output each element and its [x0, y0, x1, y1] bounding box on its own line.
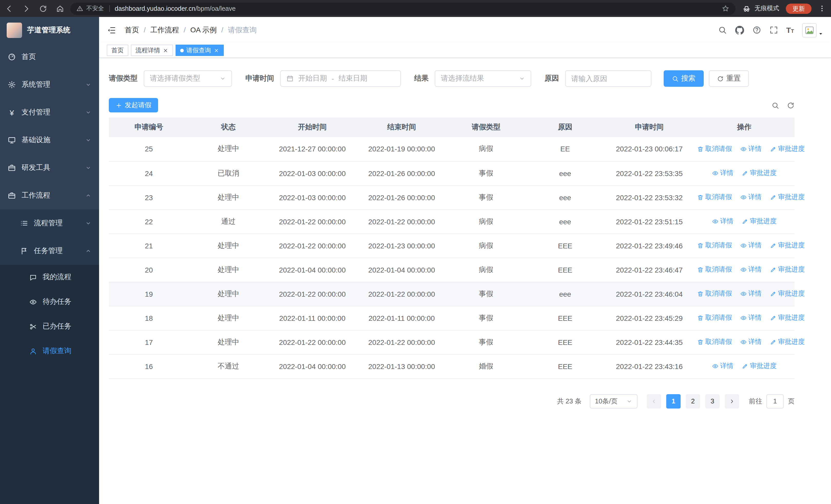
collapse-sidebar-icon[interactable]	[107, 25, 116, 35]
show-search-icon[interactable]	[771, 101, 779, 109]
security-warning[interactable]: 不安全	[77, 5, 104, 12]
screen: 不安全 dashboard.yudao.iocoder.cn /bpm/oa/l…	[0, 0, 831, 504]
refresh-table-icon[interactable]	[787, 101, 795, 109]
detail-link[interactable]: 详情	[712, 169, 734, 178]
progress-link[interactable]: 审批进度	[770, 241, 805, 250]
sidebar-item-system[interactable]: 系统管理	[0, 71, 99, 98]
detail-link[interactable]: 详情	[740, 289, 762, 298]
leave-type-select[interactable]: 请选择请假类型	[144, 70, 232, 87]
close-icon[interactable]	[213, 48, 219, 53]
detail-link[interactable]: 详情	[740, 313, 762, 323]
sidebar-item-workflow[interactable]: 工作流程	[0, 182, 99, 209]
trash-icon	[697, 339, 704, 346]
fullscreen-icon[interactable]	[769, 26, 778, 34]
cell-reason: EEE	[525, 354, 605, 378]
detail-label: 详情	[720, 217, 734, 226]
breadcrumb-workflow[interactable]: 工作流程	[150, 25, 191, 35]
browser-menu-icon[interactable]	[818, 5, 826, 12]
help-icon[interactable]	[752, 26, 761, 34]
reset-button[interactable]: 重置	[709, 70, 749, 87]
search-button[interactable]: 搜索	[664, 70, 704, 87]
reload-icon[interactable]	[39, 4, 47, 12]
next-page-button[interactable]	[725, 394, 739, 408]
progress-link[interactable]: 审批进度	[770, 144, 805, 153]
progress-link[interactable]: 审批进度	[770, 289, 805, 298]
progress-link[interactable]: 审批进度	[770, 313, 805, 323]
sidebar-item-done-tasks[interactable]: 已办任务	[0, 314, 99, 339]
sidebar-item-dev-tools[interactable]: 研发工具	[0, 154, 99, 182]
prev-page-button[interactable]	[647, 394, 661, 408]
cancel-leave-link[interactable]: 取消请假	[697, 337, 732, 347]
sidebar-item-process-management[interactable]: 流程管理	[0, 209, 99, 237]
cancel-leave-link[interactable]: 取消请假	[697, 241, 732, 250]
cell-leave-type: 事假	[447, 161, 525, 185]
back-icon[interactable]	[5, 4, 13, 12]
cancel-leave-link[interactable]: 取消请假	[697, 265, 732, 274]
sidebar-item-infrastructure[interactable]: 基础设施	[0, 126, 99, 154]
search-icon[interactable]	[718, 26, 726, 34]
progress-link[interactable]: 审批进度	[770, 337, 805, 347]
app-logo[interactable]: 芋道管理系统	[0, 17, 99, 43]
apply-id: 20	[145, 266, 153, 274]
cancel-leave-link[interactable]: 取消请假	[697, 144, 732, 153]
user-avatar-menu[interactable]	[802, 23, 823, 37]
cancel-leave-link[interactable]: 取消请假	[697, 193, 732, 202]
breadcrumb-home[interactable]: 首页	[125, 25, 150, 35]
progress-link[interactable]: 审批进度	[742, 362, 777, 371]
table-header-row: 申请编号 状态 开始时间 结束时间 请假类型 原因 申请时间 操作	[109, 118, 795, 137]
cancel-leave-link[interactable]: 取消请假	[697, 289, 732, 298]
cancel-leave-link[interactable]: 取消请假	[697, 313, 732, 323]
end-time: 2022-01-22 00:00:00	[368, 338, 435, 346]
detail-link[interactable]: 详情	[740, 265, 762, 274]
cell-operations: 取消请假 详情 审批进度	[694, 306, 795, 330]
address-bar[interactable]: 不安全 dashboard.yudao.iocoder.cn /bpm/oa/l…	[70, 2, 736, 14]
apply-time-range-picker[interactable]: 开始日期 - 结束日期	[280, 70, 401, 87]
sidebar-item-todo-tasks[interactable]: 待办任务	[0, 290, 99, 314]
tab-label: 首页	[111, 46, 124, 55]
sidebar-item-home[interactable]: 首页	[0, 43, 99, 71]
page-button-3[interactable]: 3	[705, 394, 720, 408]
page-button-1[interactable]: 1	[666, 394, 681, 408]
tab-process-detail[interactable]: 流程详情	[131, 45, 173, 56]
detail-link[interactable]: 详情	[712, 217, 734, 226]
tab-home[interactable]: 首页	[107, 45, 128, 56]
eye-icon	[740, 339, 747, 346]
browser-update-button[interactable]: 更新	[786, 3, 811, 13]
bookmark-star-icon[interactable]	[722, 5, 729, 12]
page-button-2[interactable]: 2	[686, 394, 700, 408]
progress-link[interactable]: 审批进度	[742, 169, 777, 178]
progress-link[interactable]: 审批进度	[742, 217, 777, 226]
reason-text: EEE	[558, 241, 572, 250]
sidebar-item-task-management[interactable]: 任务管理	[0, 237, 99, 265]
cell-apply-time: 2022-01-22 23:53:35	[605, 161, 694, 185]
forward-icon[interactable]	[22, 4, 30, 12]
create-leave-button[interactable]: 发起请假	[109, 98, 158, 112]
progress-link[interactable]: 审批进度	[770, 193, 805, 202]
result-select[interactable]: 请选择流结果	[435, 70, 531, 87]
detail-link[interactable]: 详情	[740, 193, 762, 202]
detail-link[interactable]: 详情	[740, 241, 762, 250]
detail-link[interactable]: 详情	[740, 144, 762, 153]
cell-operations: 详情 审批进度	[694, 209, 795, 234]
detail-link[interactable]: 详情	[740, 337, 762, 347]
apply-time: 2022-01-22 23:46:47	[616, 266, 683, 274]
progress-link[interactable]: 审批进度	[770, 265, 805, 274]
reason-text: eee	[559, 193, 571, 202]
search-button-label: 搜索	[681, 74, 695, 83]
breadcrumb-oa-example[interactable]: OA 示例	[191, 25, 228, 35]
font-size-icon[interactable]: TT	[786, 26, 794, 34]
start-time: 2022-01-04 00:00:00	[279, 362, 346, 370]
goto-page-input[interactable]	[766, 394, 784, 408]
github-icon[interactable]	[735, 25, 744, 35]
close-icon[interactable]	[163, 48, 168, 53]
sidebar-item-my-process[interactable]: 我的流程	[0, 265, 99, 290]
detail-link[interactable]: 详情	[712, 362, 734, 371]
tab-leave-query[interactable]: 请假查询	[175, 45, 224, 56]
sidebar-item-leave-query[interactable]: 请假查询	[0, 339, 99, 363]
reason-input[interactable]	[571, 75, 645, 83]
home-icon[interactable]	[56, 4, 64, 12]
reset-button-label: 重置	[726, 74, 741, 83]
sidebar-item-payment[interactable]: ¥ 支付管理	[0, 98, 99, 126]
page-size-select[interactable]: 10条/页	[590, 394, 637, 408]
cell-end-time: 2022-01-26 00:00:00	[357, 185, 447, 209]
